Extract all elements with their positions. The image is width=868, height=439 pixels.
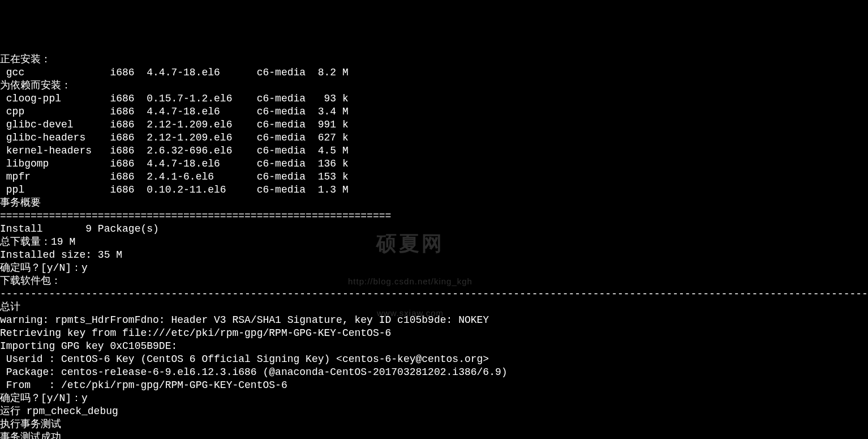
terminal-line: cpp i686 4.4.7-18.el6 c6-media 3.4 M: [0, 105, 868, 118]
terminal-line: 执行事务测试: [0, 418, 868, 431]
terminal-line: 事务概要: [0, 197, 868, 210]
terminal-line: Install 9 Package(s): [0, 223, 868, 236]
terminal-line: ----------------------------------------…: [0, 288, 868, 301]
terminal-line: warning: rpmts_HdrFromFdno: Header V3 RS…: [0, 314, 868, 327]
terminal-line: glibc-devel i686 2.12-1.209.el6 c6-media…: [0, 118, 868, 131]
terminal-line: 确定吗？[y/N]：y: [0, 392, 868, 405]
terminal-line: kernel-headers i686 2.6.32-696.el6 c6-me…: [0, 144, 868, 157]
terminal-line: ppl i686 0.10.2-11.el6 c6-media 1.3 M: [0, 184, 868, 197]
terminal-line: Installed size: 35 M: [0, 249, 868, 262]
terminal-line: 为依赖而安装：: [0, 79, 868, 92]
terminal-line: glibc-headers i686 2.12-1.209.el6 c6-med…: [0, 131, 868, 144]
terminal-line: 总下载量：19 M: [0, 236, 868, 249]
terminal-line: Userid : CentOS-6 Key (CentOS 6 Official…: [0, 353, 868, 366]
terminal-line: 正在安装：: [0, 53, 868, 66]
terminal-line: Retrieving key from file:///etc/pki/rpm-…: [0, 327, 868, 340]
terminal-line: Package: centos-release-6-9.el6.12.3.i68…: [0, 366, 868, 379]
terminal-line: From : /etc/pki/rpm-gpg/RPM-GPG-KEY-Cent…: [0, 379, 868, 392]
terminal-line: 总计: [0, 301, 868, 314]
terminal-output: 正在安装： gcc i686 4.4.7-18.el6 c6-media 8.2…: [0, 53, 868, 439]
terminal-line: mpfr i686 2.4.1-6.el6 c6-media 153 k: [0, 171, 868, 184]
terminal-line: ========================================…: [0, 210, 868, 223]
terminal-line: 运行 rpm_check_debug: [0, 405, 868, 418]
terminal-line: libgomp i686 4.4.7-18.el6 c6-media 136 k: [0, 157, 868, 171]
terminal-line: 确定吗？[y/N]：y: [0, 262, 868, 275]
terminal-line: 下载软件包：: [0, 275, 868, 288]
terminal-line: 事务测试成功: [0, 431, 868, 439]
terminal-line: Importing GPG key 0xC105B9DE:: [0, 340, 868, 353]
terminal-line: gcc i686 4.4.7-18.el6 c6-media 8.2 M: [0, 66, 868, 79]
terminal-line: cloog-ppl i686 0.15.7-1.2.el6 c6-media 9…: [0, 92, 868, 105]
